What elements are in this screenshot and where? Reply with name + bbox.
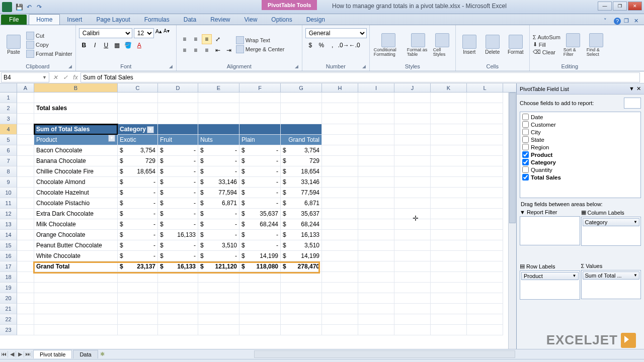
row-header[interactable]: 20	[0, 293, 17, 304]
value-cell[interactable]: 68,244	[239, 219, 281, 230]
value-cell[interactable]: -	[158, 166, 198, 177]
cell[interactable]	[17, 304, 34, 314]
value-cell[interactable]: 6,871	[281, 198, 322, 209]
cell[interactable]	[431, 251, 467, 261]
cell[interactable]	[358, 314, 394, 325]
cell[interactable]	[467, 93, 503, 103]
cell[interactable]	[467, 114, 503, 124]
value-cell[interactable]: -	[239, 145, 281, 156]
pivot-header[interactable]	[281, 124, 322, 135]
value-cell[interactable]: 729	[281, 156, 322, 166]
cell[interactable]	[239, 293, 281, 304]
number-launcher-icon[interactable]: ◢	[362, 64, 368, 70]
values-box[interactable]: Sum of Total ...	[581, 270, 641, 299]
cell[interactable]	[358, 145, 394, 156]
cell[interactable]	[467, 261, 503, 272]
cell[interactable]	[394, 156, 431, 166]
field-checkbox[interactable]	[522, 151, 529, 158]
cell-styles-button[interactable]: Cell Styles	[432, 26, 452, 63]
value-cell[interactable]: 18,654	[281, 166, 322, 177]
cancel-formula-icon[interactable]: ✕	[50, 74, 60, 81]
product-name[interactable]: Orange Chocolate	[34, 230, 118, 240]
decrease-indent-icon[interactable]: ⇤	[213, 45, 223, 55]
cell[interactable]	[467, 188, 503, 198]
sheet-tab-data[interactable]: Data	[73, 350, 98, 358]
cell[interactable]	[467, 209, 503, 219]
cell[interactable]	[239, 325, 281, 335]
fill-color-button[interactable]: 🪣	[123, 40, 133, 50]
row-pill[interactable]: Product	[521, 272, 579, 280]
value-cell[interactable]: 33,146	[198, 177, 239, 188]
cell[interactable]	[394, 114, 431, 124]
cell[interactable]	[467, 293, 503, 304]
restore-window-icon[interactable]: ❐	[624, 18, 631, 25]
cell[interactable]	[17, 219, 34, 230]
autosum-button[interactable]: ΣAutoSum	[533, 34, 560, 40]
cell[interactable]	[17, 135, 34, 145]
col-header-a[interactable]: A	[17, 83, 34, 92]
value-cell[interactable]: -	[198, 156, 239, 166]
cell[interactable]	[198, 293, 239, 304]
font-launcher-icon[interactable]: ◢	[169, 64, 175, 70]
cell[interactable]	[467, 304, 503, 314]
column-pill[interactable]: Category	[583, 218, 640, 226]
report-filter-box[interactable]	[520, 216, 580, 245]
close-workbook-icon[interactable]: ✕	[634, 18, 641, 25]
cell[interactable]	[431, 93, 467, 103]
cell[interactable]	[34, 325, 118, 335]
value-cell[interactable]: -	[118, 230, 158, 240]
cell[interactable]	[17, 261, 34, 272]
cell[interactable]	[281, 314, 322, 325]
cell[interactable]	[358, 135, 394, 145]
value-cell[interactable]: 77,594	[198, 188, 239, 198]
cell[interactable]	[281, 293, 322, 304]
value-cell[interactable]: -	[239, 240, 281, 251]
cell[interactable]	[322, 166, 358, 177]
column-labels-box[interactable]: Category	[581, 217, 641, 246]
value-cell[interactable]: -	[118, 251, 158, 261]
cell[interactable]	[198, 325, 239, 335]
cell[interactable]	[322, 325, 358, 335]
value-pill[interactable]: Sum of Total ...	[583, 272, 640, 280]
save-icon[interactable]: 💾	[15, 3, 23, 11]
value-cell[interactable]: 35,637	[239, 209, 281, 219]
cell[interactable]	[467, 283, 503, 293]
fill-button[interactable]: ⬇Fill	[533, 41, 560, 48]
value-cell[interactable]: 16,133	[281, 230, 322, 240]
row-header[interactable]: 13	[0, 219, 17, 230]
font-name-select[interactable]: Calibri	[79, 28, 132, 38]
field-list-dropdown-icon[interactable]: ▼	[629, 85, 634, 92]
cell[interactable]	[394, 177, 431, 188]
cell[interactable]	[431, 166, 467, 177]
value-cell[interactable]: -	[198, 209, 239, 219]
tab-nav-last-icon[interactable]: ⏭	[24, 351, 32, 357]
cell[interactable]	[431, 304, 467, 314]
clipboard-launcher-icon[interactable]: ◢	[68, 64, 74, 70]
cell[interactable]	[322, 188, 358, 198]
cell[interactable]	[17, 293, 34, 304]
column-header[interactable]: Plain	[239, 135, 281, 145]
cell[interactable]	[198, 114, 239, 124]
value-cell[interactable]: -	[198, 219, 239, 230]
cell[interactable]	[394, 166, 431, 177]
col-header-g[interactable]: G	[281, 83, 322, 92]
product-name[interactable]: Chillie Chocolate Fire	[34, 166, 118, 177]
product-name[interactable]: Bacon Chocolate	[34, 145, 118, 156]
cell[interactable]	[467, 145, 503, 156]
col-header-k[interactable]: K	[431, 83, 467, 92]
row-header[interactable]: 11	[0, 198, 17, 209]
value-cell[interactable]: -	[198, 166, 239, 177]
cell[interactable]	[118, 293, 158, 304]
product-name[interactable]: Extra Dark Chocolate	[34, 209, 118, 219]
value-cell[interactable]: -	[118, 209, 158, 219]
value-cell[interactable]: -	[158, 198, 198, 209]
value-cell[interactable]: -	[239, 166, 281, 177]
cell[interactable]	[118, 103, 158, 114]
product-name[interactable]: Peanut Butter Chocolate	[34, 240, 118, 251]
cell[interactable]	[322, 156, 358, 166]
bold-button[interactable]: B	[79, 40, 89, 50]
value-cell[interactable]: 35,637	[281, 209, 322, 219]
cell[interactable]	[467, 124, 503, 135]
cell[interactable]	[198, 283, 239, 293]
cell[interactable]	[17, 145, 34, 156]
